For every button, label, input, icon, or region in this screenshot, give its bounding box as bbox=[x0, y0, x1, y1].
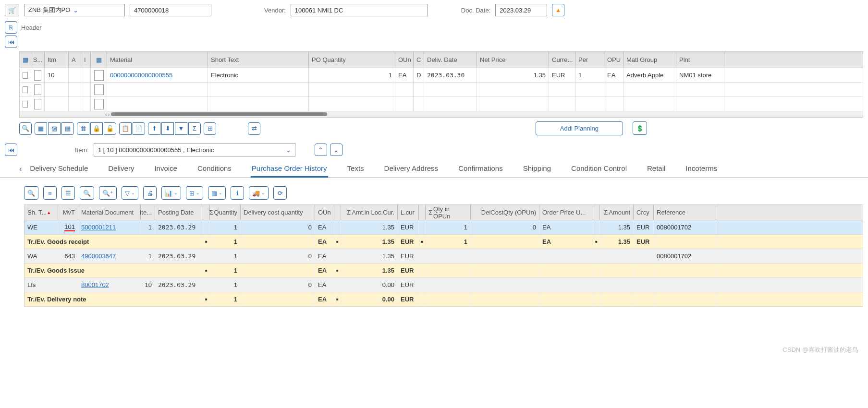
warning-button[interactable]: ▲ bbox=[552, 4, 564, 16]
history-row[interactable]: Tr./Ev. Delivery note■1EA■0.00EUR bbox=[24, 292, 863, 307]
col-ref[interactable]: Reference bbox=[654, 205, 716, 220]
col-per[interactable]: Per bbox=[575, 52, 604, 68]
expand-header-button[interactable]: ⎘ bbox=[5, 21, 17, 34]
material-doc-link[interactable]: 5000001211 bbox=[81, 224, 116, 231]
filter-dropdown-button[interactable]: ▽ ⌄ bbox=[122, 186, 138, 200]
tab-shipping[interactable]: Shipping bbox=[522, 160, 552, 178]
tab-incoterms[interactable]: Incoterms bbox=[685, 160, 718, 178]
tab-texts[interactable]: Texts bbox=[346, 160, 365, 178]
doc-date-field[interactable]: 2023.03.29 bbox=[495, 4, 547, 16]
collapse-item-button[interactable]: ⏮ bbox=[5, 144, 17, 156]
addl-planning-button[interactable]: Addl Planning bbox=[536, 121, 623, 135]
col-deliv-date[interactable]: Deliv. Date bbox=[424, 52, 477, 68]
col-qty[interactable]: ΣQuantity bbox=[210, 205, 241, 220]
filter-button[interactable]: ▼ bbox=[175, 122, 187, 135]
col-plnt[interactable]: Plnt bbox=[676, 52, 724, 68]
col-short-text[interactable]: Short Text bbox=[208, 52, 309, 68]
col-oun[interactable]: OUn bbox=[315, 205, 334, 220]
detail-view-button[interactable]: 🔍 bbox=[24, 186, 38, 200]
history-row[interactable]: Lfs80001702102023.03.2910EA0.00EUR bbox=[24, 278, 863, 292]
col-lcur[interactable]: L.cur bbox=[398, 205, 419, 220]
col-sq4[interactable] bbox=[593, 205, 600, 220]
col-net-price[interactable]: Net Price bbox=[477, 52, 549, 68]
tab-purchase-order-history[interactable]: Purchase Order History bbox=[251, 160, 328, 178]
tab-conditions[interactable]: Conditions bbox=[196, 160, 232, 178]
tab-retail[interactable]: Retail bbox=[646, 160, 666, 178]
row-checkbox[interactable] bbox=[23, 72, 28, 79]
col-po-qty[interactable]: PO Quantity bbox=[309, 52, 395, 68]
currency-button[interactable]: 💲 bbox=[633, 121, 647, 135]
tab-invoice[interactable]: Invoice bbox=[153, 160, 178, 178]
history-row[interactable]: WA643490000364712023.03.2910EA1.35EUR008… bbox=[24, 249, 863, 264]
status-input[interactable] bbox=[34, 84, 41, 95]
lock-button[interactable]: 🔒 bbox=[90, 122, 103, 135]
history-row[interactable]: Tr./Ev. Goods receipt■1EA■1.35EUR■1EA■1.… bbox=[24, 235, 863, 249]
transfer-button[interactable]: ⇄ bbox=[248, 122, 260, 135]
tab-delivery-schedule[interactable]: Delivery Schedule bbox=[29, 160, 89, 178]
col-mvt[interactable]: MvT bbox=[58, 205, 78, 220]
grid-icon[interactable]: ▦ bbox=[23, 56, 28, 63]
sort-desc-button[interactable]: ⬇ bbox=[161, 122, 174, 135]
col-i[interactable]: I bbox=[81, 52, 91, 68]
col-opu[interactable]: Order Price U... bbox=[539, 205, 593, 220]
delete-button[interactable]: 🗑 bbox=[77, 122, 89, 135]
layout-dropdown-button[interactable]: ⊞ ⌄ bbox=[186, 186, 203, 200]
sum-button[interactable]: Σ bbox=[188, 122, 201, 135]
col-sq3[interactable] bbox=[419, 205, 426, 220]
col-sq2[interactable] bbox=[334, 205, 341, 220]
col-c[interactable]: C bbox=[414, 52, 424, 68]
prev-item-button[interactable]: ⌃ bbox=[315, 144, 327, 156]
tab-delivery[interactable]: Delivery bbox=[107, 160, 135, 178]
po-type-dropdown[interactable]: ZNB 集团内PO ⌄ bbox=[24, 4, 125, 16]
export-dropdown-button[interactable]: 📊 ⌄ bbox=[161, 186, 181, 200]
items-row[interactable]: 10 000000000000000555 Electronic 1 EA D … bbox=[20, 68, 863, 83]
refresh-button[interactable]: ⟳ bbox=[273, 186, 287, 200]
col-alc[interactable]: ΣAmt.in Loc.Cur. bbox=[341, 205, 398, 220]
print-button[interactable]: 🖨 bbox=[143, 186, 157, 200]
list1-button[interactable]: ≡ bbox=[43, 186, 57, 200]
item-selector-dropdown[interactable]: 1 [ 10 ] 000000000000000555 , Electronic… bbox=[94, 143, 295, 156]
status-input[interactable] bbox=[34, 99, 41, 109]
row-checkbox[interactable] bbox=[23, 86, 28, 93]
vendor-field[interactable]: 100061 NMI1 DC bbox=[291, 4, 428, 16]
mat-input[interactable] bbox=[94, 99, 104, 109]
col-amt[interactable]: ΣAmount bbox=[600, 205, 634, 220]
unlock-button[interactable]: 🔓 bbox=[104, 122, 116, 135]
sort-asc-button[interactable]: ⬆ bbox=[148, 122, 160, 135]
items-row-empty[interactable] bbox=[20, 97, 863, 111]
col-crcy[interactable]: Crcy bbox=[634, 205, 654, 220]
grid3-button[interactable]: ▤ bbox=[61, 122, 74, 135]
horizontal-scrollbar[interactable]: ‹ › bbox=[20, 111, 863, 117]
grid-dropdown-button[interactable]: ▦ ⌄ bbox=[208, 186, 226, 200]
tab-confirmations[interactable]: Confirmations bbox=[457, 160, 504, 178]
col-opu[interactable]: OPU bbox=[604, 52, 623, 68]
col-itm[interactable]: Itm bbox=[45, 52, 69, 68]
po-number-field[interactable]: 4700000018 bbox=[130, 4, 211, 16]
tab-condition-control[interactable]: Condition Control bbox=[570, 160, 628, 178]
material-doc-link[interactable]: 80001702 bbox=[81, 281, 109, 288]
history-row[interactable]: Tr./Ev. Goods issue■1EA■1.35EUR bbox=[24, 264, 863, 278]
col-matl-group[interactable]: Matl Group bbox=[623, 52, 676, 68]
col-s[interactable]: S... bbox=[31, 52, 45, 68]
col-oun[interactable]: OUn bbox=[395, 52, 414, 68]
mat-input[interactable] bbox=[94, 84, 104, 95]
items-row-empty[interactable] bbox=[20, 83, 863, 97]
find-next-button[interactable]: 🔍⁺ bbox=[99, 186, 117, 200]
row-checkbox[interactable] bbox=[23, 101, 28, 108]
grid2-button[interactable]: ▨ bbox=[48, 122, 61, 135]
layout-button[interactable]: ⊞ bbox=[204, 122, 216, 135]
col-qop[interactable]: ΣQty in OPUn bbox=[426, 205, 471, 220]
truck-dropdown-button[interactable]: 🚚 ⌄ bbox=[249, 186, 269, 200]
material-link[interactable]: 000000000000000555 bbox=[110, 72, 172, 79]
paste-button[interactable]: 📄 bbox=[133, 122, 145, 135]
grid1-button[interactable]: ▦ bbox=[35, 122, 47, 135]
detail-button[interactable]: 🔍 bbox=[19, 122, 32, 135]
cart-icon[interactable]: 🛒 bbox=[5, 4, 19, 16]
col-material[interactable]: Material bbox=[107, 52, 208, 68]
next-item-button[interactable]: ⌄ bbox=[330, 144, 342, 156]
scroll-thumb[interactable] bbox=[111, 112, 327, 116]
material-doc-link[interactable]: 4900003647 bbox=[81, 252, 116, 260]
find-button[interactable]: 🔍 bbox=[80, 186, 94, 200]
col-a[interactable]: A bbox=[69, 52, 81, 68]
tab-delivery-address[interactable]: Delivery Address bbox=[383, 160, 440, 178]
